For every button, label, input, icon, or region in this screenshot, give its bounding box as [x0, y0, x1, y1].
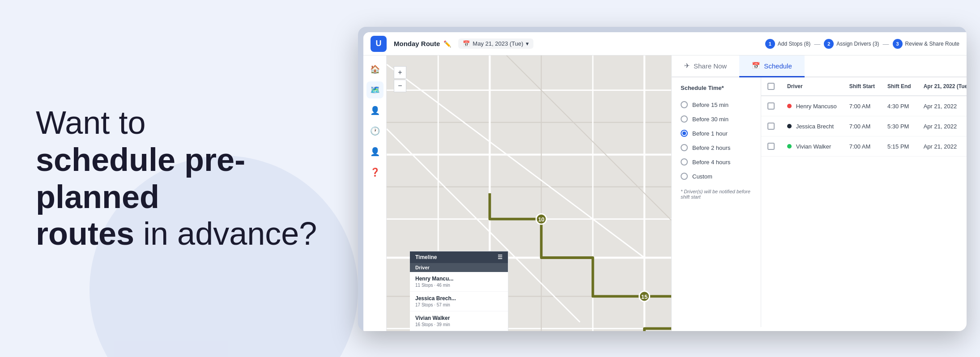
nav-date[interactable]: 📅 May 21, 2023 (Tue) ▾: [458, 38, 533, 49]
edit-icon[interactable]: ✏️: [443, 40, 451, 47]
map-controls: + −: [394, 66, 406, 92]
row-3-checkbox[interactable]: [767, 143, 775, 150]
row-1-date: Apr 21, 2022: [917, 96, 967, 116]
col-date-label: Apr 21, 2022 (Tue): [924, 83, 967, 89]
timeline-panel: Timeline ☰ Driver Henry Mancu... 11 Stop…: [410, 251, 508, 331]
headline-line3-normal: in advance?: [134, 216, 317, 252]
step-arrow-2: —: [883, 40, 889, 47]
radio-custom-label: Custom: [692, 173, 712, 180]
driver-2-name: Jessica Brech...: [415, 295, 503, 302]
step-3-num: 3: [893, 39, 903, 49]
driver-1-dot: [787, 104, 792, 108]
step-3-label: Review & Share Route: [905, 41, 959, 47]
driver-3-meta: 16 Stops · 39 min: [415, 322, 503, 327]
nav-steps: 1 Add Stops (8) — 2 Assign Drivers (3) —…: [765, 39, 959, 49]
radio-4hours-label: Before 4 hours: [692, 159, 730, 166]
step-3: 3 Review & Share Route: [893, 39, 959, 49]
row-1-shift-start: 7:00 AM: [843, 96, 881, 116]
radio-4hours-circle: [681, 158, 688, 166]
timeline-driver-3: Vivian Walker 16 Stops · 39 min: [410, 311, 508, 331]
driver-3-name: Vivian Walker: [415, 315, 503, 321]
radio-30min[interactable]: Before 30 min: [681, 112, 752, 126]
step-arrow-1: —: [814, 40, 820, 47]
radio-2hours-label: Before 2 hours: [692, 144, 730, 151]
radio-1hour[interactable]: Before 1 hour: [681, 126, 752, 140]
col-date: Apr 21, 2022 (Tue) ▾: [917, 77, 967, 96]
step-2: 2 Assign Drivers (3): [824, 39, 879, 49]
headline-line2-bold: schedule pre-planned: [36, 142, 245, 215]
radio-15min-label: Before 15 min: [692, 102, 729, 108]
timeline-header: Timeline ☰: [410, 251, 508, 263]
row-1-shift-end: 4:30 PM: [881, 96, 917, 116]
row-3-shift-end: 5:15 PM: [881, 136, 917, 157]
svg-text:10: 10: [538, 216, 544, 223]
schedule-icon: 📅: [752, 62, 760, 70]
radio-30min-circle: [681, 115, 688, 123]
date-text: May 21, 2023 (Tue): [473, 40, 523, 47]
radio-15min-circle: [681, 101, 688, 108]
driver-2-dot: [787, 124, 792, 128]
sidebar-person-icon[interactable]: 👤: [366, 143, 383, 160]
step-1: 1 Add Stops (8): [765, 39, 810, 49]
top-nav: U Monday Route ✏️ 📅 May 21, 2023 (Tue) ▾…: [363, 32, 967, 55]
schedule-note: * Driver(s) will be notified before shif…: [681, 189, 752, 200]
schedule-label: Schedule: [764, 62, 792, 70]
app-logo: U: [371, 36, 387, 52]
radio-15min[interactable]: Before 15 min: [681, 98, 752, 112]
zoom-out-button[interactable]: −: [394, 80, 406, 92]
driver-2-name-cell: Jessica Brecht: [796, 123, 834, 130]
schedule-time-label: Schedule Time*: [681, 85, 752, 91]
share-now-label: Share Now: [694, 62, 727, 70]
col-driver: Driver: [781, 77, 843, 96]
radio-custom-circle: [681, 173, 688, 180]
radio-4hours[interactable]: Before 4 hours: [681, 155, 752, 169]
driver-1-name-cell: Henry Mancuso: [796, 103, 837, 110]
radio-2hours[interactable]: Before 2 hours: [681, 140, 752, 155]
route-title: Monday Route: [394, 40, 440, 47]
driver-1-name: Henry Mancu...: [415, 276, 503, 282]
zoom-in-button[interactable]: +: [394, 66, 406, 79]
select-all-checkbox[interactable]: [767, 83, 775, 90]
headline-line1: Want to: [36, 105, 145, 140]
sidebar-user-icon[interactable]: 👤: [366, 102, 383, 119]
schedule-right: Driver Shift Start Shift End Apr 21, 202…: [761, 77, 967, 327]
row-2-shift-start: 7:00 AM: [843, 116, 881, 136]
row-2-shift-end: 5:30 PM: [881, 116, 917, 136]
radio-30min-label: Before 30 min: [692, 116, 729, 123]
col-shift-start: Shift Start: [843, 77, 881, 96]
hero-headline: Want to schedule pre-planned routes in a…: [36, 104, 322, 252]
row-3-driver: Vivian Walker: [781, 136, 843, 157]
app-window: U Monday Route ✏️ 📅 May 21, 2023 (Tue) ▾…: [358, 27, 967, 331]
row-3-date: Apr 21, 2022: [917, 136, 967, 157]
svg-text:15: 15: [641, 293, 648, 300]
row-1-checkbox[interactable]: [767, 102, 775, 110]
col-checkbox: [761, 77, 781, 96]
sidebar-map-icon[interactable]: 🗺️: [366, 81, 383, 98]
timeline-header-label: Timeline: [415, 254, 437, 260]
sidebar-clock-icon[interactable]: 🕐: [366, 123, 383, 140]
row-2-checkbox[interactable]: [767, 123, 775, 130]
share-icon: ✈: [684, 62, 690, 70]
left-hero-section: Want to schedule pre-planned routes in a…: [36, 104, 322, 252]
sidebar-help-icon[interactable]: ❓: [366, 164, 383, 181]
col-shift-end: Shift End: [881, 77, 917, 96]
sidebar: 🏠 🗺️ 👤 🕐 👤 ❓: [363, 55, 387, 331]
radio-1hour-label: Before 1 hour: [692, 130, 728, 137]
tab-schedule[interactable]: 📅 Schedule: [739, 55, 805, 77]
driver-3-name-cell: Vivian Walker: [796, 143, 831, 150]
app-title: Monday Route ✏️: [394, 40, 451, 47]
row-2-date: Apr 21, 2022: [917, 116, 967, 136]
table-row: Vivian Walker 7:00 AM 5:15 PM Apr 21, 20…: [761, 136, 967, 157]
row-3-shift-start: 7:00 AM: [843, 136, 881, 157]
sidebar-home-icon[interactable]: 🏠: [366, 61, 383, 78]
step-1-num: 1: [765, 39, 775, 49]
tab-share-now[interactable]: ✈ Share Now: [672, 55, 739, 77]
drivers-table: Driver Shift Start Shift End Apr 21, 202…: [761, 77, 967, 157]
calendar-icon: 📅: [463, 40, 470, 47]
driver-2-meta: 17 Stops · 57 min: [415, 302, 503, 307]
chevron-down-icon: ▾: [526, 40, 529, 47]
radio-custom[interactable]: Custom: [681, 169, 752, 183]
timeline-icon: ☰: [498, 254, 503, 260]
row-2-driver: Jessica Brecht: [781, 116, 843, 136]
step-1-label: Add Stops (8): [778, 41, 810, 47]
